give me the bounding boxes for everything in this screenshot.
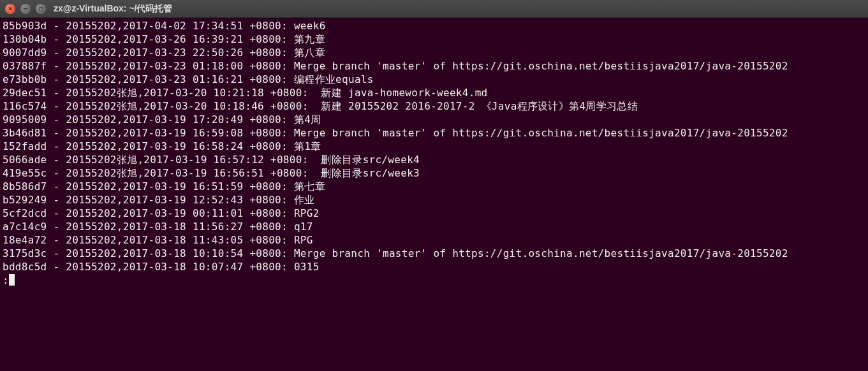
- window-buttons: × − ▢: [5, 4, 46, 14]
- pager-prompt[interactable]: :: [3, 273, 865, 287]
- close-icon[interactable]: ×: [5, 4, 15, 14]
- window-title: zx@z-VirtualBox: ~/代码托管: [54, 3, 172, 15]
- prompt-symbol: :: [3, 273, 9, 287]
- cursor: [9, 274, 15, 286]
- terminal-output[interactable]: 85b903d - 20155202,2017-04-02 17:34:51 +…: [0, 18, 868, 288]
- titlebar: × − ▢ zx@z-VirtualBox: ~/代码托管: [0, 0, 868, 18]
- minimize-icon[interactable]: −: [20, 4, 31, 14]
- git-log-lines: 85b903d - 20155202,2017-04-02 17:34:51 +…: [3, 20, 788, 273]
- maximize-icon[interactable]: ▢: [36, 4, 46, 14]
